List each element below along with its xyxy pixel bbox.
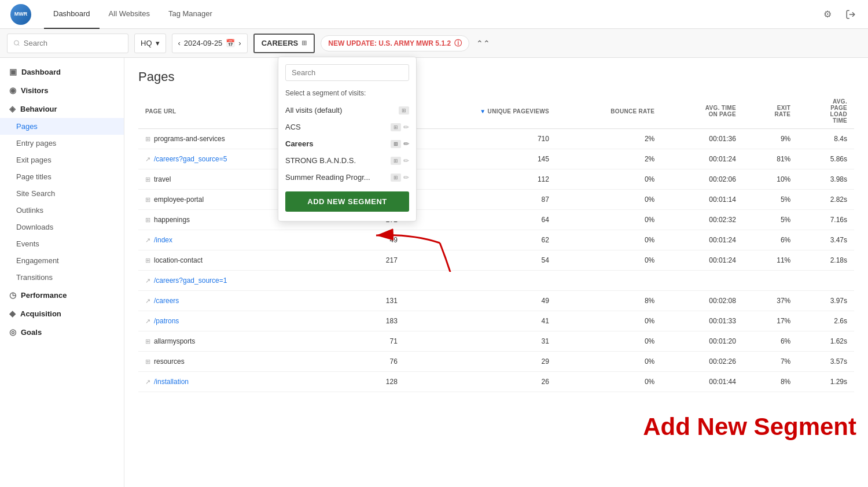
cell-bounce: 0% — [556, 230, 661, 250]
page-url-link[interactable]: /patrons — [154, 317, 179, 325]
chevron-right-icon[interactable]: › — [238, 39, 241, 47]
sidebar-item-outlinks[interactable]: Outlinks — [0, 202, 124, 219]
nav-actions: ⚙ — [819, 6, 859, 23]
expand-icon[interactable]: ⊞ — [145, 216, 150, 223]
chevron-left-icon[interactable]: ‹ — [178, 39, 181, 47]
cell-pageviews: 217 — [313, 250, 404, 271]
cell-exit: 37% — [743, 291, 797, 311]
sidebar-item-page-titles[interactable]: Page titles — [0, 168, 124, 185]
add-segment-annotation-text: Add New Segment — [643, 413, 856, 441]
expand-icon[interactable]: ⊞ — [145, 257, 150, 264]
sidebar-item-exit-pages[interactable]: Exit pages — [0, 152, 124, 168]
col-bounce-rate[interactable]: BOUNCE RATE — [556, 94, 661, 129]
expand-icon[interactable]: ⊞ — [145, 176, 150, 183]
cell-avgTime: 00:01:14 — [661, 190, 743, 210]
sidebar-section-behaviour[interactable]: ◈ Behaviour — [0, 99, 124, 118]
cell-avgTime: 00:02:26 — [661, 352, 743, 372]
cell-exit: 8% — [743, 372, 797, 392]
search-box[interactable] — [7, 34, 128, 53]
sidebar-item-transitions[interactable]: Transitions — [0, 269, 124, 286]
page-url-link[interactable]: /careers?gad_source=1 — [154, 276, 227, 285]
sidebar-section-visitors[interactable]: ◉ Visitors — [0, 81, 124, 99]
app-logo: MWR — [9, 3, 32, 26]
sidebar-section-dashboard[interactable]: ▣ Dashboard — [0, 62, 124, 81]
cell-bounce: 0% — [556, 331, 661, 352]
edit-icon-acs[interactable]: ✏ — [403, 123, 409, 131]
expand-icon[interactable]: ⊞ — [145, 196, 150, 203]
cell-exit: 9% — [743, 129, 797, 149]
page-url-link[interactable]: /careers — [154, 297, 179, 305]
edit-icon-summer[interactable]: ✏ — [403, 174, 409, 182]
cell-pageviews: 128 — [313, 372, 404, 392]
col-unique-pageviews[interactable]: ▼ UNIQUE PAGEVIEWS — [404, 94, 556, 129]
settings-icon[interactable]: ⚙ — [819, 6, 836, 23]
nav-tab-dashboard[interactable]: Dashboard — [44, 0, 100, 29]
cell-exit: 10% — [743, 169, 797, 190]
cell-loadTime: 5.86s — [797, 149, 854, 169]
expand-icon[interactable]: ⊞ — [145, 338, 150, 345]
dropdown-item-careers[interactable]: Careers ⊞ ✏ — [278, 135, 416, 152]
page-url-text: location-contact — [154, 256, 203, 264]
svg-line-2 — [18, 45, 19, 46]
sidebar-item-entry-pages[interactable]: Entry pages — [0, 135, 124, 152]
cell-loadTime: 7.16s — [797, 210, 854, 230]
cell-pageviews: 49 — [313, 230, 404, 250]
dropdown-item-acs[interactable]: ACS ⊞ ✏ — [278, 119, 416, 135]
search-input[interactable] — [24, 39, 122, 47]
segment-icon-careers: ⊞ — [391, 140, 401, 148]
page-url-link[interactable]: /index — [154, 236, 172, 244]
dropdown-item-all-visits[interactable]: All visits (default) ⊞ — [278, 102, 416, 119]
goals-icon: ◎ — [9, 327, 16, 337]
table-row: ⊞allarmysports71310%00:01:206%1.62s — [138, 331, 854, 352]
dropdown-search-input[interactable] — [285, 64, 409, 81]
cell-exit: 7% — [743, 352, 797, 372]
nav-tab-all-websites[interactable]: All Websites — [100, 0, 159, 29]
page-url-text: travel — [154, 175, 171, 183]
table-row: ↗/index49620%00:01:246%3.47s — [138, 230, 854, 250]
sidebar-item-site-search[interactable]: Site Search — [0, 185, 124, 202]
dropdown-item-bands[interactable]: STRONG B.A.N.D.S. ⊞ ✏ — [278, 152, 416, 169]
pages-table: PAGE URL PAGEVIEWS ▼ UNIQUE PAGEVIEWS BO… — [138, 94, 854, 392]
edit-icon-bands[interactable]: ✏ — [403, 157, 409, 165]
chevron-down-icon: ▾ — [156, 39, 160, 47]
sidebar-section-acquisition[interactable]: ◆ Acquisition — [0, 304, 124, 323]
collapse-button[interactable]: ⌃⌃ — [475, 35, 491, 51]
external-link-icon: ↗ — [145, 277, 150, 284]
cell-bounce: 0% — [556, 311, 661, 331]
segment-icon-acs: ⊞ — [391, 123, 401, 131]
expand-icon[interactable]: ⊞ — [145, 358, 150, 365]
cell-loadTime: 3.57s — [797, 352, 854, 372]
sidebar-item-pages[interactable]: Pages — [0, 118, 124, 135]
info-icon: ⓘ — [454, 38, 462, 49]
hq-selector[interactable]: HQ ▾ — [134, 34, 166, 53]
add-new-segment-button[interactable]: ADD NEW SEGMENT — [285, 191, 409, 212]
calendar-icon: 📅 — [226, 39, 235, 47]
cell-avgTime: 00:01:33 — [661, 311, 743, 331]
cell-unique: 49 — [404, 291, 556, 311]
cell-bounce: 2% — [556, 149, 661, 169]
page-url-link[interactable]: /careers?gad_source=5 — [154, 155, 227, 163]
dropdown-item-summer[interactable]: Summer Reading Progr... ⊞ ✏ — [278, 169, 416, 186]
cell-avgTime — [661, 271, 743, 291]
dashboard-icon: ▣ — [9, 67, 17, 76]
edit-icon-careers[interactable]: ✏ — [403, 140, 409, 148]
update-badge[interactable]: NEW UPDATE: U.S. ARMY MWR 5.1.2 ⓘ — [321, 35, 469, 51]
cell-unique — [404, 271, 556, 291]
cell-bounce: 0% — [556, 372, 661, 392]
sidebar-section-performance[interactable]: ◷ Performance — [0, 286, 124, 304]
cell-exit: 17% — [743, 311, 797, 331]
logout-icon[interactable] — [843, 6, 859, 23]
careers-button[interactable]: CAREERS ⊞ — [253, 34, 315, 53]
cell-avgTime: 00:02:06 — [661, 169, 743, 190]
cell-loadTime: 3.47s — [797, 230, 854, 250]
expand-icon[interactable]: ⊞ — [145, 135, 150, 142]
sidebar-item-downloads[interactable]: Downloads — [0, 219, 124, 235]
page-url-link[interactable]: /installation — [154, 378, 189, 386]
sidebar-item-engagement[interactable]: Engagement — [0, 252, 124, 269]
main-layout: ▣ Dashboard ◉ Visitors ◈ Behaviour Pages… — [0, 58, 868, 487]
sidebar-item-events[interactable]: Events — [0, 235, 124, 252]
page-title: Pages — [138, 69, 854, 84]
sidebar-section-goals[interactable]: ◎ Goals — [0, 323, 124, 341]
nav-tab-tag-manager[interactable]: Tag Manager — [159, 0, 222, 29]
date-selector[interactable]: ‹ 2024-09-25 📅 › — [172, 34, 248, 53]
